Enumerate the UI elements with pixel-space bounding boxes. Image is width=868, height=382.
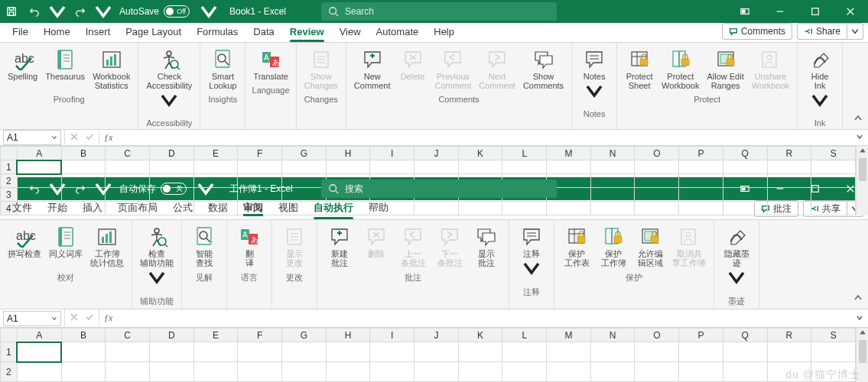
tab-1[interactable]: 开始: [40, 198, 75, 219]
col-header[interactable]: E: [193, 147, 238, 160]
col-header[interactable]: C: [106, 147, 150, 160]
cell[interactable]: [414, 362, 459, 382]
collapse-ribbon-icon[interactable]: [853, 113, 863, 126]
col-header[interactable]: O: [635, 147, 679, 160]
chevron-down-icon[interactable]: [583, 79, 606, 105]
cell[interactable]: [17, 362, 61, 382]
cmd-thesaurus[interactable]: 同义词库: [46, 223, 86, 269]
cell[interactable]: [547, 342, 591, 362]
cell[interactable]: [370, 160, 414, 174]
select-all[interactable]: [1, 329, 18, 342]
cmd-alloweditranges[interactable]: Allow Edit Ranges: [704, 46, 746, 92]
cell[interactable]: [193, 362, 238, 382]
col-header[interactable]: J: [414, 329, 459, 342]
cell[interactable]: [679, 342, 723, 362]
col-header[interactable]: G: [282, 147, 327, 160]
col-header[interactable]: L: [502, 329, 547, 342]
tab-1[interactable]: Home: [36, 23, 78, 42]
cell[interactable]: [370, 342, 414, 362]
col-header[interactable]: D: [149, 329, 193, 342]
cmd-showcomments[interactable]: 显示 批注: [469, 223, 504, 269]
redo-dd[interactable]: [92, 0, 115, 23]
fx-label[interactable]: ƒx: [99, 132, 117, 144]
cell[interactable]: [326, 362, 370, 382]
cell[interactable]: [282, 160, 327, 174]
cmd-showcomments[interactable]: Show Comments: [520, 46, 567, 92]
name-box[interactable]: A1: [3, 311, 61, 326]
tab-6[interactable]: 审阅: [236, 198, 271, 219]
share-dd[interactable]: [847, 23, 863, 40]
col-header[interactable]: H: [326, 147, 370, 160]
qat-customize[interactable]: [197, 0, 220, 23]
name-box[interactable]: A1: [3, 130, 61, 145]
col-header[interactable]: F: [238, 329, 282, 342]
tab-8[interactable]: Automate: [369, 23, 427, 42]
cell[interactable]: [106, 174, 150, 188]
maximize-icon[interactable]: [798, 0, 833, 23]
cmd-spelling[interactable]: 拼写检查: [5, 223, 44, 269]
search-box[interactable]: Search: [321, 2, 557, 21]
row-header[interactable]: 2: [1, 174, 18, 188]
undo-icon[interactable]: [23, 6, 46, 17]
cell[interactable]: [767, 188, 811, 202]
cell[interactable]: [767, 362, 811, 382]
cell[interactable]: [149, 160, 193, 174]
col-header[interactable]: L: [502, 147, 547, 160]
cell[interactable]: [723, 174, 767, 188]
cell[interactable]: [106, 342, 150, 362]
col-header[interactable]: O: [635, 329, 679, 342]
cell[interactable]: [193, 160, 238, 174]
col-header[interactable]: P: [679, 147, 723, 160]
cmd-translate[interactable]: 翻 译: [232, 223, 267, 269]
cell[interactable]: [811, 188, 856, 202]
cell[interactable]: [193, 342, 238, 362]
col-header[interactable]: Q: [723, 329, 767, 342]
formula-input[interactable]: [117, 311, 856, 326]
tab-6[interactable]: Review: [282, 23, 332, 42]
cmd-accessibility[interactable]: Check Accessibility: [143, 46, 195, 115]
cmd-protectsheet[interactable]: 保护 工作表: [559, 223, 594, 269]
col-header[interactable]: J: [414, 147, 459, 160]
cmd-protectwb[interactable]: Protect Workbook: [658, 46, 702, 92]
cell[interactable]: [590, 202, 635, 215]
col-header[interactable]: K: [458, 147, 502, 160]
cell[interactable]: [679, 160, 723, 174]
col-header[interactable]: I: [370, 147, 414, 160]
cell[interactable]: [370, 362, 414, 382]
chevron-down-icon[interactable]: [145, 266, 168, 291]
tab-3[interactable]: 页面布局: [110, 198, 165, 219]
cell[interactable]: [635, 188, 679, 202]
col-header[interactable]: H: [326, 329, 370, 342]
cell[interactable]: [811, 160, 856, 174]
cell[interactable]: [458, 362, 502, 382]
cell[interactable]: [414, 202, 459, 215]
cell[interactable]: [723, 188, 767, 202]
chevron-down-icon[interactable]: [520, 257, 543, 282]
cmd-spelling[interactable]: Spelling: [5, 46, 41, 92]
cell[interactable]: [723, 202, 767, 215]
cell[interactable]: [590, 174, 635, 188]
select-all[interactable]: [1, 147, 18, 160]
col-header[interactable]: G: [282, 329, 327, 342]
cell[interactable]: [238, 342, 282, 362]
tab-5[interactable]: Data: [245, 23, 281, 42]
cell[interactable]: [547, 202, 591, 215]
cell[interactable]: [767, 174, 811, 188]
row-header[interactable]: 2: [1, 362, 18, 382]
col-header[interactable]: P: [679, 329, 723, 342]
cell[interactable]: [590, 188, 635, 202]
col-header[interactable]: Q: [723, 147, 767, 160]
close-icon[interactable]: [833, 0, 868, 23]
cell[interactable]: [106, 362, 150, 382]
expand-fbar-icon[interactable]: [856, 313, 868, 324]
cmd-wbstats[interactable]: Workbook Statistics: [89, 46, 133, 92]
col-header[interactable]: M: [547, 329, 591, 342]
cmd-notes[interactable]: Notes: [577, 46, 612, 106]
cmd-hideink[interactable]: Hide Ink: [802, 46, 837, 115]
cell[interactable]: [767, 160, 811, 174]
cell[interactable]: [61, 160, 106, 174]
cell[interactable]: [635, 342, 679, 362]
redo-icon[interactable]: [69, 6, 92, 17]
cell[interactable]: [767, 342, 811, 362]
cell[interactable]: [547, 362, 591, 382]
